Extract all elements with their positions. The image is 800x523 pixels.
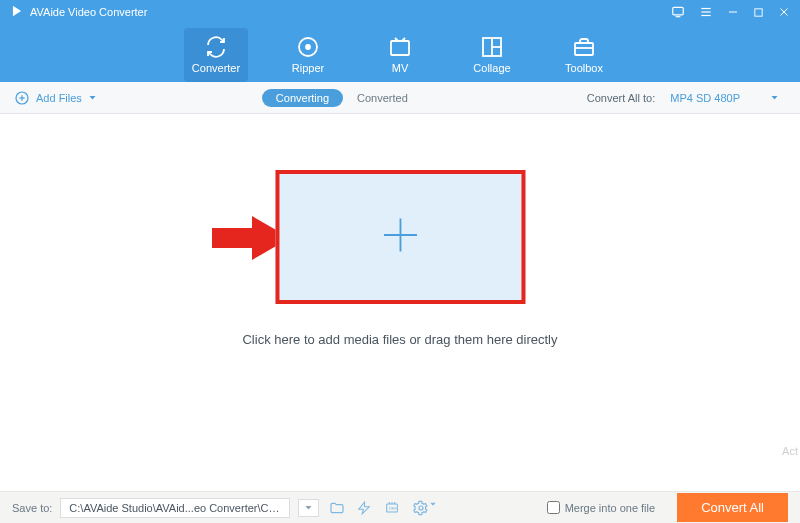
svg-rect-1	[673, 7, 684, 15]
merge-checkbox[interactable]	[547, 501, 560, 514]
save-to-dropdown[interactable]	[298, 499, 319, 517]
ripper-icon	[296, 34, 320, 60]
main-area: Click here to add media files or drag th…	[0, 114, 800, 491]
maximize-icon[interactable]	[753, 7, 764, 18]
tab-mv[interactable]: MV	[368, 28, 432, 82]
chevron-down-icon	[770, 93, 779, 102]
speed-icon[interactable]	[355, 500, 373, 516]
main-toolbar: Converter Ripper MV Collage Toolbox	[0, 24, 800, 82]
minimize-icon[interactable]	[727, 6, 739, 18]
footer-bar: Save to: C:\AVAide Studio\AVAid...eo Con…	[0, 491, 800, 523]
sub-toolbar: Add Files Converting Converted Convert A…	[0, 82, 800, 114]
output-format-select[interactable]: MP4 SD 480P	[663, 89, 786, 107]
svg-rect-11	[391, 41, 409, 55]
svg-marker-25	[306, 506, 312, 509]
gpu-icon[interactable]: OFF	[381, 500, 403, 516]
svg-marker-21	[772, 96, 778, 99]
svg-point-10	[306, 45, 310, 49]
tab-converter[interactable]: Converter	[184, 28, 248, 82]
add-media-dropzone[interactable]	[275, 170, 525, 304]
watermark-text: Act	[782, 445, 798, 457]
collage-icon	[480, 34, 504, 60]
chevron-down-icon	[88, 93, 97, 102]
add-files-button[interactable]: Add Files	[14, 90, 97, 106]
tab-mv-label: MV	[392, 62, 409, 74]
svg-text:OFF: OFF	[389, 506, 398, 511]
app-logo-title: AVAide Video Converter	[10, 4, 147, 20]
open-folder-icon[interactable]	[327, 500, 347, 516]
tab-ripper-label: Ripper	[292, 62, 324, 74]
save-to-path[interactable]: C:\AVAide Studio\AVAid...eo Converter\Co…	[60, 498, 290, 518]
mv-icon	[388, 34, 412, 60]
dropzone-hint: Click here to add media files or drag th…	[242, 332, 557, 347]
tab-converting[interactable]: Converting	[262, 89, 343, 107]
app-logo-icon	[10, 4, 24, 20]
tab-toolbox-label: Toolbox	[565, 62, 603, 74]
tab-converted[interactable]: Converted	[343, 89, 422, 107]
app-title: AVAide Video Converter	[30, 6, 147, 18]
output-format-value: MP4 SD 480P	[670, 92, 740, 104]
tab-ripper[interactable]: Ripper	[276, 28, 340, 82]
converter-icon	[204, 34, 228, 60]
plus-circle-icon	[14, 90, 30, 106]
merge-label: Merge into one file	[565, 502, 656, 514]
svg-marker-20	[89, 96, 95, 99]
feedback-icon[interactable]	[671, 5, 685, 19]
svg-rect-15	[575, 43, 593, 55]
svg-marker-33	[431, 502, 436, 505]
settings-icon[interactable]	[411, 500, 439, 516]
tab-collage-label: Collage	[473, 62, 510, 74]
svg-marker-26	[359, 502, 370, 514]
add-files-label: Add Files	[36, 92, 82, 104]
merge-into-one-file[interactable]: Merge into one file	[547, 501, 656, 514]
close-icon[interactable]	[778, 6, 790, 18]
tab-toolbox[interactable]: Toolbox	[552, 28, 616, 82]
svg-rect-6	[755, 8, 762, 15]
window-controls	[671, 5, 790, 19]
toolbox-icon	[572, 34, 596, 60]
convert-all-to-label: Convert All to:	[587, 92, 655, 104]
chevron-down-icon	[304, 503, 313, 512]
save-to-label: Save to:	[12, 502, 52, 514]
convert-all-to: Convert All to: MP4 SD 480P	[587, 89, 786, 107]
title-bar: AVAide Video Converter	[0, 0, 800, 24]
tab-collage[interactable]: Collage	[460, 28, 524, 82]
svg-point-32	[419, 506, 423, 510]
convert-all-button[interactable]: Convert All	[677, 493, 788, 522]
svg-marker-0	[13, 6, 21, 17]
menu-icon[interactable]	[699, 5, 713, 19]
plus-icon	[378, 213, 422, 261]
tab-converter-label: Converter	[192, 62, 240, 74]
